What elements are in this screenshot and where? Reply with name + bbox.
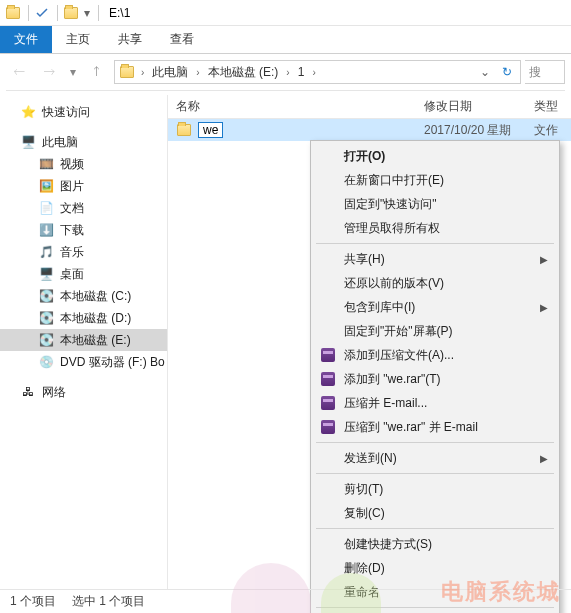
separator	[316, 442, 554, 443]
recent-dropdown-icon[interactable]: ▾	[66, 59, 80, 85]
folder-icon	[119, 64, 135, 80]
forward-button[interactable]: 🡒	[36, 59, 62, 85]
status-item-count: 1 个项目	[10, 593, 56, 610]
qat-dropdown-icon[interactable]: ▾	[82, 4, 92, 22]
sidebar-item-downloads[interactable]: ⬇️ 下载	[0, 219, 167, 241]
window-title: E:\1	[109, 6, 130, 20]
column-headers: 名称 修改日期 类型	[168, 95, 571, 119]
pictures-icon: 🖼️	[38, 178, 54, 194]
drive-icon: 💽	[38, 310, 54, 326]
tab-home[interactable]: 主页	[52, 26, 104, 53]
rename-input[interactable]: we	[198, 122, 223, 138]
file-type: 文作	[526, 122, 566, 139]
sidebar-item-pictures[interactable]: 🖼️ 图片	[0, 175, 167, 197]
file-row[interactable]: we 2017/10/20 星期 文作	[168, 119, 571, 141]
separator	[57, 5, 58, 21]
ctx-add-to-rar[interactable]: 添加到 "we.rar"(T)	[314, 367, 556, 391]
chevron-right-icon: ▶	[540, 453, 548, 464]
rar-icon	[320, 347, 336, 363]
star-icon: ⭐	[20, 104, 36, 120]
disc-icon: 💿	[38, 354, 54, 370]
breadcrumb[interactable]: 此电脑	[150, 64, 190, 81]
breadcrumb[interactable]: 1	[296, 65, 307, 79]
file-tab[interactable]: 文件	[0, 26, 52, 53]
separator	[98, 5, 99, 21]
ctx-pin-start[interactable]: 固定到"开始"屏幕(P)	[314, 319, 556, 343]
ctx-label: 发送到(N)	[344, 450, 397, 467]
sidebar-item-label: 此电脑	[42, 134, 78, 151]
folder-icon	[4, 4, 22, 22]
sidebar-item-label: 桌面	[60, 266, 84, 283]
breadcrumb[interactable]: 本地磁盘 (E:)	[206, 64, 281, 81]
chevron-right-icon[interactable]: ›	[139, 67, 146, 78]
ctx-label: 压缩到 "we.rar" 并 E-mail	[344, 419, 478, 436]
sidebar-item-desktop[interactable]: 🖥️ 桌面	[0, 263, 167, 285]
column-name[interactable]: 名称	[168, 98, 416, 115]
ctx-delete[interactable]: 删除(D)	[314, 556, 556, 580]
sidebar-item-drive-d[interactable]: 💽 本地磁盘 (D:)	[0, 307, 167, 329]
separator	[316, 528, 554, 529]
ctx-add-archive[interactable]: 添加到压缩文件(A)...	[314, 343, 556, 367]
documents-icon: 📄	[38, 200, 54, 216]
ctx-label: 包含到库中(I)	[344, 299, 415, 316]
tab-view[interactable]: 查看	[156, 26, 208, 53]
ctx-compress-to-rar-email[interactable]: 压缩到 "we.rar" 并 E-mail	[314, 415, 556, 439]
column-modified[interactable]: 修改日期	[416, 98, 526, 115]
ctx-compress-email[interactable]: 压缩并 E-mail...	[314, 391, 556, 415]
ribbon-tabs: 文件 主页 共享 查看	[0, 26, 571, 54]
rar-icon	[320, 395, 336, 411]
ctx-restore-previous[interactable]: 还原以前的版本(V)	[314, 271, 556, 295]
checkmark-icon[interactable]	[33, 4, 51, 22]
folder-icon	[62, 4, 80, 22]
status-bar: 1 个项目 选中 1 个项目	[0, 589, 571, 613]
sidebar-quick-access[interactable]: ⭐ 快速访问	[0, 101, 167, 123]
sidebar-item-documents[interactable]: 📄 文档	[0, 197, 167, 219]
ctx-create-shortcut[interactable]: 创建快捷方式(S)	[314, 532, 556, 556]
drive-icon: 💽	[38, 332, 54, 348]
ctx-open-new-window[interactable]: 在新窗口中打开(E)	[314, 168, 556, 192]
sidebar-network[interactable]: 🖧 网络	[0, 381, 167, 403]
separator	[28, 5, 29, 21]
download-icon: ⬇️	[38, 222, 54, 238]
search-input[interactable]: 搜	[525, 60, 565, 84]
sidebar-item-label: 图片	[60, 178, 84, 195]
nav-toolbar: 🡐 🡒 ▾ 🡑 › 此电脑 › 本地磁盘 (E:) › 1 › ⌄ ↻ 搜	[0, 54, 571, 90]
chevron-right-icon[interactable]: ›	[194, 67, 201, 78]
ctx-send-to[interactable]: 发送到(N)▶	[314, 446, 556, 470]
sidebar-item-videos[interactable]: 🎞️ 视频	[0, 153, 167, 175]
sidebar-item-label: 音乐	[60, 244, 84, 261]
sidebar-item-drive-c[interactable]: 💽 本地磁盘 (C:)	[0, 285, 167, 307]
chevron-right-icon[interactable]: ›	[310, 67, 317, 78]
back-button[interactable]: 🡐	[6, 59, 32, 85]
sidebar-item-drive-e[interactable]: 💽 本地磁盘 (E:)	[0, 329, 167, 351]
ctx-share[interactable]: 共享(H)▶	[314, 247, 556, 271]
up-button[interactable]: 🡑	[84, 59, 110, 85]
tab-share[interactable]: 共享	[104, 26, 156, 53]
sidebar-item-dvd-f[interactable]: 💿 DVD 驱动器 (F:) Bo	[0, 351, 167, 373]
refresh-icon[interactable]: ↻	[498, 65, 516, 79]
sidebar-this-pc[interactable]: 🖥️ 此电脑	[0, 131, 167, 153]
sidebar-item-label: 本地磁盘 (C:)	[60, 288, 131, 305]
sidebar-item-label: 本地磁盘 (E:)	[60, 332, 131, 349]
separator	[316, 243, 554, 244]
rar-icon	[320, 371, 336, 387]
address-dropdown-icon[interactable]: ⌄	[476, 65, 494, 79]
sidebar-item-label: 下载	[60, 222, 84, 239]
rar-icon	[320, 419, 336, 435]
address-bar[interactable]: › 此电脑 › 本地磁盘 (E:) › 1 › ⌄ ↻	[114, 60, 521, 84]
ctx-cut[interactable]: 剪切(T)	[314, 477, 556, 501]
ctx-admin-take-ownership[interactable]: 管理员取得所有权	[314, 216, 556, 240]
ctx-label: 共享(H)	[344, 251, 385, 268]
ctx-label: 压缩并 E-mail...	[344, 395, 427, 412]
ctx-pin-quick-access[interactable]: 固定到"快速访问"	[314, 192, 556, 216]
ctx-label: 打开(O)	[344, 148, 385, 165]
sidebar-item-music[interactable]: 🎵 音乐	[0, 241, 167, 263]
column-type[interactable]: 类型	[526, 98, 571, 115]
ctx-include-library[interactable]: 包含到库中(I)▶	[314, 295, 556, 319]
context-menu: 打开(O) 在新窗口中打开(E) 固定到"快速访问" 管理员取得所有权 共享(H…	[310, 140, 560, 613]
ctx-copy[interactable]: 复制(C)	[314, 501, 556, 525]
ctx-label: 添加到 "we.rar"(T)	[344, 371, 441, 388]
ctx-open[interactable]: 打开(O)	[314, 144, 556, 168]
chevron-right-icon: ▶	[540, 254, 548, 265]
chevron-right-icon[interactable]: ›	[284, 67, 291, 78]
